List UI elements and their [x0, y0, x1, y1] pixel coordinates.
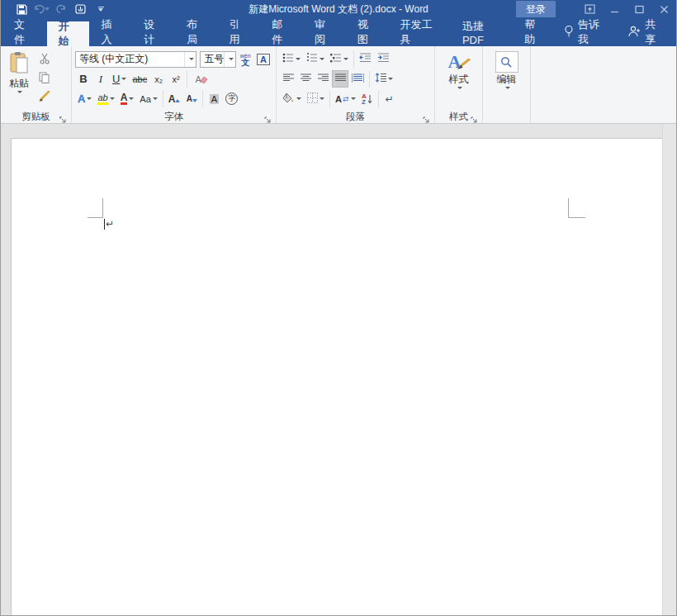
tab-layout[interactable]: 布局 [175, 18, 218, 46]
bullets-button[interactable] [280, 50, 303, 68]
borders-button[interactable] [305, 90, 327, 107]
change-case-dropdown-arrow[interactable] [153, 97, 158, 100]
strikethrough-button[interactable]: abc [130, 70, 149, 88]
distributed-button[interactable] [349, 70, 367, 88]
editing-dropdown-arrow[interactable] [505, 87, 510, 89]
grow-font-button[interactable]: A [166, 90, 183, 107]
font-color-button[interactable]: A [118, 90, 137, 107]
italic-button[interactable]: I [92, 70, 109, 88]
save-icon[interactable] [12, 1, 31, 17]
borders-icon [307, 92, 318, 106]
change-case-button[interactable]: Aa [137, 90, 159, 107]
touch-mouse-mode-icon[interactable] [72, 1, 90, 17]
bullets-dropdown-arrow[interactable] [296, 58, 301, 60]
enclose-characters-button[interactable]: 字 [223, 90, 240, 107]
underline-button[interactable]: U [110, 70, 129, 88]
document-page[interactable]: ↵ [11, 138, 663, 616]
highlight-color-button[interactable]: ab [95, 90, 116, 107]
line-spacing-dropdown-arrow[interactable] [388, 78, 393, 80]
font-group: 等线 (中文正文) 五号 wén 文 A [72, 46, 277, 123]
font-name-combobox[interactable]: 等线 (中文正文) [75, 51, 196, 68]
styles-button[interactable]: A 样式 [443, 48, 476, 110]
ribbon-display-options-icon[interactable] [577, 0, 602, 18]
borders-dropdown-arrow[interactable] [320, 97, 324, 100]
multilevel-list-button[interactable] [328, 50, 351, 68]
cut-button[interactable] [36, 51, 53, 68]
clipboard-dialog-launcher[interactable] [59, 113, 68, 121]
tab-home[interactable]: 开始 [47, 21, 90, 46]
format-painter-brush-icon [38, 91, 50, 105]
font-size-dropdown-arrow[interactable] [224, 52, 235, 67]
copy-button[interactable] [36, 70, 53, 87]
phonetic-guide-button[interactable]: wén 文 [237, 50, 253, 68]
tell-me-box[interactable]: 告诉我 [556, 18, 614, 46]
font-color-dropdown-arrow[interactable] [129, 97, 134, 100]
tab-insert[interactable]: 插入 [89, 18, 132, 46]
tab-review[interactable]: 审阅 [303, 18, 346, 46]
character-shading-button[interactable]: A [206, 90, 222, 107]
tab-developer[interactable]: 开发工具 [388, 18, 450, 46]
justify-button[interactable] [332, 70, 348, 88]
sign-in-button[interactable]: 登录 [516, 1, 556, 17]
text-effects-dropdown-arrow[interactable] [87, 97, 92, 100]
styles-dialog-launcher[interactable] [471, 113, 479, 121]
decrease-indent-button[interactable] [357, 50, 374, 68]
align-left-button[interactable] [280, 70, 296, 88]
paste-button[interactable]: 粘贴 [2, 48, 36, 110]
paragraph-dialog-launcher[interactable] [423, 113, 431, 121]
shrink-font-button[interactable]: A [183, 90, 200, 107]
clipboard-group-label: 剪贴板 [21, 111, 50, 123]
numbering-dropdown-arrow[interactable] [320, 58, 324, 60]
shading-button[interactable] [280, 90, 304, 107]
font-size-combobox[interactable]: 五号 [200, 51, 236, 68]
highlight-dropdown-arrow[interactable] [110, 97, 115, 100]
align-right-button[interactable] [315, 70, 331, 88]
tab-pdf[interactable]: 迅捷PDF [451, 18, 513, 46]
close-button[interactable] [651, 0, 676, 18]
tab-references[interactable]: 引用 [218, 18, 261, 46]
share-button[interactable]: 共享 [614, 18, 676, 46]
redo-icon[interactable] [52, 1, 70, 17]
styles-button-label: 样式 [449, 74, 469, 85]
font-name-dropdown-arrow[interactable] [184, 52, 196, 67]
text-effects-button[interactable]: A [75, 90, 94, 107]
shading-dropdown-arrow[interactable] [296, 97, 301, 100]
superscript-button[interactable]: x² [168, 70, 184, 88]
editing-group: 编辑 [483, 46, 531, 123]
bold-button[interactable]: B [75, 70, 92, 88]
font-group-label: 字体 [164, 111, 183, 123]
justify-icon [335, 73, 346, 85]
vertical-scrollbar[interactable] [662, 125, 676, 615]
styles-dropdown-arrow[interactable] [457, 87, 462, 89]
multilevel-list-icon [330, 53, 342, 65]
font-dialog-launcher[interactable] [264, 113, 272, 121]
numbering-button[interactable] [304, 50, 327, 68]
asian-layout-button[interactable]: A ⇄ [333, 90, 358, 107]
maximize-button[interactable] [627, 0, 651, 18]
tab-help[interactable]: 帮助 [513, 18, 556, 46]
show-hide-marks-button[interactable]: ↵ [381, 90, 398, 107]
undo-icon[interactable] [32, 1, 50, 17]
align-center-button[interactable] [297, 70, 314, 88]
asian-layout-dropdown-arrow[interactable] [351, 97, 356, 100]
customize-qat-icon[interactable] [92, 1, 110, 17]
format-painter-button[interactable] [36, 89, 53, 106]
multilevel-dropdown-arrow[interactable] [343, 58, 348, 60]
paste-dropdown-arrow[interactable] [17, 91, 22, 93]
tab-mailings[interactable]: 邮件 [260, 18, 303, 46]
tab-view[interactable]: 视图 [346, 18, 389, 46]
increase-indent-button[interactable] [375, 50, 392, 68]
minimize-button[interactable] [602, 0, 627, 18]
editing-button[interactable]: 编辑 [490, 48, 523, 110]
share-label: 共享 [645, 17, 663, 47]
line-spacing-button[interactable] [372, 70, 395, 88]
tab-design[interactable]: 设计 [132, 18, 175, 46]
sort-button[interactable]: AZ [359, 90, 376, 107]
clear-formatting-button[interactable]: A [190, 70, 206, 88]
ribbon-empty-space [531, 46, 676, 123]
character-border-button[interactable]: A [254, 50, 272, 68]
tab-file[interactable]: 文件 [1, 18, 47, 46]
subscript-button[interactable]: x₂ [150, 70, 167, 88]
share-person-icon [627, 26, 641, 40]
underline-dropdown-arrow[interactable] [121, 78, 126, 80]
